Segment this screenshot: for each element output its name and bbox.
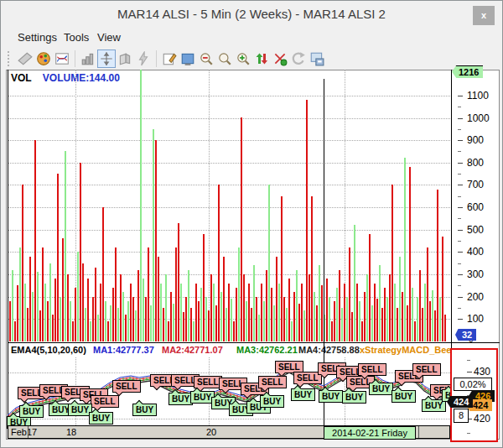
price-axis-minor-tick xyxy=(467,433,470,434)
toolbar xyxy=(6,47,499,70)
volume-bar xyxy=(268,185,270,341)
volume-bar xyxy=(424,284,426,341)
volume-bar xyxy=(389,274,391,341)
volume-bar xyxy=(434,310,436,341)
sell-signal: SELL xyxy=(194,376,222,388)
close-button[interactable]: x xyxy=(473,6,495,25)
volume-bar xyxy=(399,257,401,341)
volume-bar xyxy=(253,265,255,341)
axis-tick xyxy=(458,185,463,185)
volume-bar xyxy=(90,321,91,341)
volume-bar xyxy=(276,257,277,341)
volume-bar xyxy=(246,301,247,341)
volume-bar xyxy=(414,321,416,341)
volume-bar xyxy=(226,308,227,341)
volume-bar xyxy=(220,292,222,341)
screen-icon[interactable] xyxy=(179,49,197,68)
toolbar-separator xyxy=(156,50,157,67)
axis-minor-tick xyxy=(458,308,461,309)
zoom-out-icon[interactable] xyxy=(197,49,215,68)
volume-bar xyxy=(110,305,111,341)
volume-bar xyxy=(180,284,182,341)
axis-label: 600 xyxy=(467,201,484,213)
volume-bar xyxy=(117,308,119,341)
volume-bar xyxy=(334,301,335,341)
volume-bar xyxy=(215,305,217,341)
zoom-in-icon[interactable] xyxy=(234,49,252,68)
chart-lines-icon[interactable] xyxy=(53,49,71,68)
volume-bar xyxy=(160,284,162,341)
volume-bar xyxy=(135,310,137,341)
volume-bar xyxy=(319,265,320,341)
save-view-icon[interactable] xyxy=(308,49,326,68)
volume-bar xyxy=(298,304,300,341)
redo-icon[interactable] xyxy=(289,49,308,68)
volume-bar xyxy=(223,257,225,341)
axis-label: 400 xyxy=(467,246,484,258)
axis-label: 200 xyxy=(467,291,484,303)
date-label: Feb17 xyxy=(11,427,37,437)
volume-bar xyxy=(404,158,406,341)
date-separator xyxy=(28,426,29,438)
menu-bar: Settings Tools View xyxy=(1,26,502,47)
volume-bar xyxy=(95,268,96,341)
signal-gridline xyxy=(8,419,450,419)
ticket-icon[interactable] xyxy=(16,49,34,68)
volume-bar xyxy=(354,225,355,341)
menu-tools[interactable]: Tools xyxy=(60,29,92,45)
title-bar[interactable]: MAR14 ALSI - 5 Min (2 Weeks) - MAR14 ALS… xyxy=(1,1,502,26)
volume-bar xyxy=(349,247,350,341)
axis-tick xyxy=(458,207,463,208)
strategy-icon[interactable] xyxy=(271,49,289,68)
volume-bar xyxy=(100,284,101,341)
volume-bar xyxy=(210,274,212,341)
volume-bar xyxy=(120,274,122,341)
volume-bar xyxy=(213,284,215,341)
volume-bar xyxy=(107,321,109,341)
lightning-icon[interactable] xyxy=(134,49,153,68)
volume-bar xyxy=(397,308,398,341)
axis-tick xyxy=(458,140,463,141)
volume-bar xyxy=(170,292,172,341)
volume-bar xyxy=(80,163,81,341)
volume-bar xyxy=(444,315,446,341)
sell-signal: SELL xyxy=(412,363,441,376)
volume-bar xyxy=(339,270,340,341)
volume-bar xyxy=(379,265,381,341)
volume-bar xyxy=(29,257,31,341)
volume-bar xyxy=(258,315,260,341)
volume-bar xyxy=(296,270,298,341)
sort-arrows-icon[interactable] xyxy=(252,49,271,68)
volume-bar xyxy=(386,297,388,341)
palette-icon[interactable] xyxy=(34,49,53,68)
volume-bar xyxy=(54,279,56,341)
axis-tick xyxy=(458,163,463,164)
volume-bar xyxy=(72,321,74,341)
menu-view[interactable]: View xyxy=(94,29,124,45)
axis-label: 500 xyxy=(467,224,484,236)
volume-bar xyxy=(42,247,44,341)
volume-bar xyxy=(341,308,343,341)
edit-note-icon[interactable] xyxy=(160,49,179,68)
volume-bar xyxy=(125,315,127,341)
volume-bar xyxy=(14,321,16,341)
volume-bar xyxy=(248,284,250,341)
split-adjust-icon[interactable] xyxy=(97,49,116,68)
volume-bar xyxy=(364,292,366,341)
date-axis[interactable]: 2014-02-21 Friday Feb171820 xyxy=(8,425,450,439)
bar-settings-icon[interactable] xyxy=(79,49,97,68)
buy-signal: BUY xyxy=(291,388,315,401)
volume-bar xyxy=(381,308,383,341)
drag-grip-icon[interactable] xyxy=(8,51,13,66)
menu-settings[interactable]: Settings xyxy=(14,29,60,45)
axis-minor-tick xyxy=(458,196,461,197)
volume-bar xyxy=(376,299,378,341)
volume-bar xyxy=(371,305,373,341)
pages-icon[interactable] xyxy=(116,49,134,68)
volume-bar xyxy=(19,247,21,341)
volume-bar xyxy=(122,292,124,341)
volume-bar xyxy=(409,167,411,341)
magnifier-icon[interactable] xyxy=(215,49,234,68)
volume-bar xyxy=(178,223,179,341)
volume-bar xyxy=(163,308,164,341)
